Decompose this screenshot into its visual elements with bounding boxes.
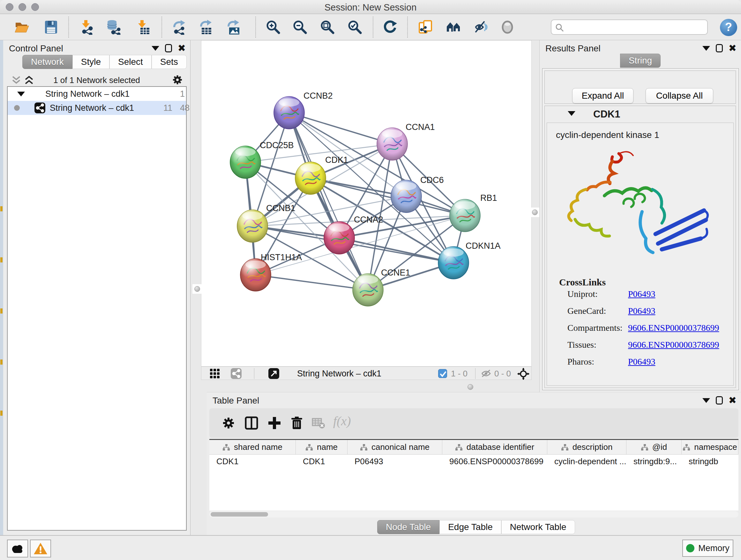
network-edge-CCNA2-CDKN1A[interactable] <box>339 238 454 263</box>
export-table-icon[interactable] <box>199 19 214 35</box>
network-node-CCNA1[interactable] <box>377 128 408 160</box>
network-node-count: 11 <box>163 101 172 115</box>
table-panel-float-icon[interactable] <box>716 396 723 405</box>
tab-select[interactable]: Select <box>110 55 151 69</box>
table-horizontal-scrollbar[interactable] <box>209 511 738 517</box>
network-edge-CCNB2-CCNE1[interactable] <box>289 113 368 290</box>
column-header-database-identifier[interactable]: database identifier <box>442 440 547 454</box>
show-glass-balls-icon[interactable] <box>500 19 515 35</box>
search-field[interactable] <box>551 19 708 35</box>
crosslink-value-link[interactable]: 9606.ENSP00000378699 <box>628 323 719 333</box>
table-panel-close-icon[interactable]: ✖ <box>729 396 737 405</box>
apply-layout-icon[interactable] <box>382 19 398 35</box>
string-home-icon[interactable] <box>446 19 461 35</box>
control-panel-menu-icon[interactable] <box>151 46 159 51</box>
tab-style[interactable]: Style <box>72 55 110 69</box>
save-session-icon[interactable] <box>44 19 59 35</box>
tab-edge-table[interactable]: Edge Table <box>440 520 501 534</box>
import-table-file-icon[interactable] <box>135 19 151 35</box>
export-network-icon[interactable] <box>172 19 187 35</box>
network-node-RB1[interactable] <box>450 199 480 232</box>
network-node-CCNA2[interactable] <box>324 222 354 254</box>
column-header-shared-name[interactable]: shared name <box>209 440 296 454</box>
memory-button[interactable]: Memory <box>682 540 733 557</box>
clone-network-icon[interactable] <box>418 19 433 35</box>
node-section-header[interactable]: CDK1 <box>545 106 736 122</box>
pan-mode-icon[interactable] <box>517 368 529 380</box>
detach-view-icon[interactable] <box>268 368 279 379</box>
horizontal-splitter-handle[interactable] <box>466 382 475 392</box>
table-options-gear-icon[interactable] <box>221 416 235 430</box>
crosslink-value-link[interactable]: P06493 <box>628 357 656 367</box>
zoom-out-icon[interactable] <box>292 19 308 35</box>
network-row[interactable]: String Network – cdk1 11 48 <box>8 101 186 115</box>
column-header-namespace[interactable]: namespace <box>682 440 738 454</box>
import-network-file-icon[interactable] <box>79 19 94 35</box>
collapse-all-button[interactable]: Collapse All <box>646 88 713 104</box>
network-collection-row[interactable]: String Network – cdk1 1 <box>8 87 186 101</box>
network-node-CDKN1A[interactable] <box>438 246 469 279</box>
help-icon[interactable]: ? <box>720 19 737 36</box>
column-header-name[interactable]: name <box>296 440 347 454</box>
network-node-CCNB1[interactable] <box>237 210 268 242</box>
results-panel-close-icon[interactable]: ✖ <box>729 44 737 52</box>
network-edge-CCNB2-CCNA1[interactable] <box>289 113 392 144</box>
network-node-CCNB2[interactable] <box>274 97 305 129</box>
table-cell[interactable]: P06493 <box>347 455 442 468</box>
table-cell[interactable]: 9606.ENSP00000378699 <box>442 455 547 468</box>
table-cell[interactable]: stringdb <box>682 455 738 468</box>
column-header-description[interactable]: description <box>547 440 626 454</box>
show-columns-icon[interactable] <box>245 416 259 430</box>
network-node-CDC6[interactable] <box>391 180 421 212</box>
add-column-icon[interactable] <box>267 416 281 430</box>
column-header-canonical-name[interactable]: canonical name <box>347 440 442 454</box>
crosslink-value-link[interactable]: P06493 <box>628 289 656 299</box>
warnings-button[interactable] <box>30 540 51 557</box>
tab-network-table[interactable]: Network Table <box>501 520 575 534</box>
collection-expander-icon[interactable] <box>17 91 25 97</box>
network-birdseye-icon[interactable] <box>231 368 242 379</box>
section-expander-icon[interactable] <box>568 111 576 116</box>
network-node-CDK1[interactable] <box>295 162 326 194</box>
column-header-id[interactable]: @id <box>626 440 682 454</box>
zoom-in-icon[interactable] <box>266 19 281 35</box>
control-panel-float-icon[interactable] <box>165 44 172 52</box>
network-canvas[interactable]: CCNB2CCNA1CDC25BCDK1CDC6RB1CCNB1CCNA2CDK… <box>201 40 532 367</box>
zoom-selected-icon[interactable] <box>347 19 362 35</box>
table-row[interactable]: CDK1CDK1P064939606.ENSP00000378699cyclin… <box>209 455 738 468</box>
scrollbar-thumb[interactable] <box>211 512 268 516</box>
right-splitter-handle[interactable] <box>530 207 540 217</box>
results-panel-float-icon[interactable] <box>716 44 723 52</box>
tab-sets[interactable]: Sets <box>151 55 187 69</box>
network-edge-CCNE1-HIST1H1A[interactable] <box>256 275 368 290</box>
table-cell[interactable]: cyclin-dependent ... <box>547 455 626 468</box>
table-cell[interactable]: CDK1 <box>296 455 347 468</box>
search-input[interactable] <box>567 21 704 33</box>
zoom-fit-icon[interactable] <box>320 19 335 35</box>
tab-network[interactable]: Network <box>22 55 72 69</box>
control-panel-close-icon[interactable]: ✖ <box>178 44 186 52</box>
cloud-button[interactable] <box>7 540 28 557</box>
crosslink-value-link[interactable]: P06493 <box>628 306 656 316</box>
network-node-HIST1H1A[interactable] <box>240 259 271 291</box>
table-cell[interactable]: CDK1 <box>209 455 296 468</box>
delete-column-icon[interactable] <box>290 416 304 430</box>
left-splitter-handle[interactable] <box>192 284 202 294</box>
hide-glass-balls-icon[interactable] <box>473 19 488 35</box>
crosslink-row: Compartments:9606.ENSP00000378699 <box>567 323 623 333</box>
expand-all-button[interactable]: Expand All <box>572 88 633 104</box>
export-image-icon[interactable] <box>226 19 241 35</box>
open-session-icon[interactable] <box>14 19 29 35</box>
results-panel-menu-icon[interactable] <box>702 46 710 51</box>
network-node-CCNE1[interactable] <box>353 273 383 306</box>
table-panel-menu-icon[interactable] <box>702 398 710 403</box>
grid-view-icon[interactable] <box>210 368 220 379</box>
selected-indicator-checkbox[interactable] <box>438 369 447 378</box>
tab-string[interactable]: String <box>620 54 661 68</box>
import-network-database-icon[interactable] <box>107 19 122 35</box>
tab-node-table[interactable]: Node Table <box>377 520 440 534</box>
network-options-gear-icon[interactable] <box>172 74 183 85</box>
table-cell[interactable]: stringdb:9... <box>626 455 682 468</box>
crosslink-value-link[interactable]: 9606.ENSP00000378699 <box>628 340 719 350</box>
network-node-CDC25B[interactable] <box>230 146 261 179</box>
